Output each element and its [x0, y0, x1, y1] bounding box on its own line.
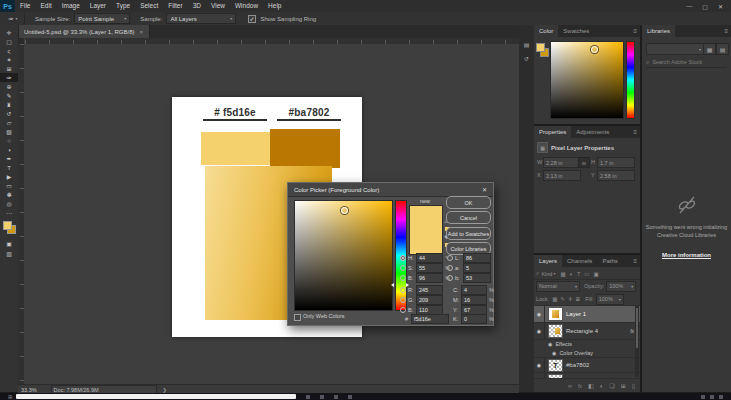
- b2-radio[interactable]: [400, 307, 406, 313]
- tool-type[interactable]: T: [0, 163, 18, 172]
- c-input[interactable]: 4: [461, 285, 487, 295]
- lab-b-input[interactable]: 53: [463, 273, 491, 283]
- quick-mask-button[interactable]: ▣: [0, 239, 18, 248]
- x-input[interactable]: 2.13 in: [543, 170, 581, 181]
- tool-gradient[interactable]: ▧: [0, 127, 18, 136]
- tool-quick-selection[interactable]: ✶: [0, 55, 18, 64]
- lab-b-radio[interactable]: [447, 275, 453, 281]
- a-input[interactable]: 5: [463, 263, 491, 273]
- tab-properties[interactable]: Properties: [534, 126, 571, 138]
- layers-scrollbar[interactable]: [635, 306, 639, 377]
- start-button-icon[interactable]: ⊞: [8, 394, 12, 400]
- tab-swatches[interactable]: Swatches: [558, 25, 594, 37]
- screen-mode-button[interactable]: ▥: [0, 249, 18, 258]
- more-information-link[interactable]: More information: [662, 252, 711, 258]
- lock-transparency-icon[interactable]: ▦: [552, 296, 557, 302]
- panel-fg-bg-swatches[interactable]: [536, 43, 548, 57]
- menu-item[interactable]: Edit: [35, 0, 56, 12]
- color-panel-hue-slider[interactable]: [626, 41, 635, 119]
- dialog-title-bar[interactable]: Color Picker (Foreground Color) ✕: [288, 183, 493, 197]
- menu-item[interactable]: Filter: [163, 0, 187, 12]
- tool-blur[interactable]: ○: [0, 136, 18, 145]
- taskbar-search-box[interactable]: [16, 394, 296, 399]
- layer-style-icon[interactable]: fx: [578, 383, 582, 389]
- color-panel-marker[interactable]: [591, 46, 598, 53]
- lock-position-icon[interactable]: ✛: [568, 296, 573, 302]
- filter-pixel-icon[interactable]: ▦: [560, 271, 565, 277]
- visibility-eye-icon[interactable]: ◉: [534, 306, 545, 322]
- tool-preset-picker[interactable]: ✑ ▾: [2, 13, 25, 24]
- filter-type-icon[interactable]: T: [577, 271, 580, 277]
- foreground-color-swatch[interactable]: [3, 221, 12, 230]
- status-chevron-icon[interactable]: ❯: [163, 387, 167, 393]
- menu-item[interactable]: 3D: [188, 0, 206, 12]
- taskbar-app-icon[interactable]: [334, 395, 338, 399]
- tray-icon[interactable]: [710, 395, 714, 399]
- lock-all-icon[interactable]: ⊞: [576, 296, 581, 302]
- menu-item[interactable]: Image: [57, 0, 85, 12]
- maximize-icon[interactable]: ▢: [702, 3, 708, 10]
- close-icon[interactable]: ✕: [718, 3, 723, 10]
- visibility-eye-icon[interactable]: ◉: [548, 341, 552, 347]
- sample-size-dropdown[interactable]: Point Sample ▾: [74, 13, 130, 24]
- b-radio[interactable]: [400, 275, 406, 281]
- g-input[interactable]: 209: [416, 295, 443, 305]
- r-radio[interactable]: [400, 287, 406, 293]
- add-to-swatches-button[interactable]: Add to Swatches: [446, 227, 491, 240]
- tool-move[interactable]: ✛: [0, 28, 18, 37]
- tool-clone-stamp[interactable]: ♜: [0, 100, 18, 109]
- tool-edit-toolbar[interactable]: ⋯: [0, 208, 18, 217]
- tab-layers[interactable]: Layers: [534, 255, 562, 267]
- h-radio[interactable]: [400, 255, 406, 261]
- ok-button[interactable]: OK: [446, 196, 491, 209]
- list-view-icon[interactable]: ▤: [716, 43, 729, 55]
- document-tab[interactable]: Untitled-5.psd @ 33.3% (Layer 1, RGB/8) …: [18, 25, 150, 38]
- g-radio[interactable]: [400, 297, 406, 303]
- layer-thumbnail[interactable]: [548, 324, 563, 338]
- saturation-brightness-field[interactable]: [294, 200, 393, 311]
- a-radio[interactable]: [447, 265, 453, 271]
- layer-mask-icon[interactable]: ◧: [588, 382, 594, 389]
- s-radio[interactable]: [400, 265, 406, 271]
- tool-hand[interactable]: ✽: [0, 190, 18, 199]
- h-dim-input[interactable]: 1.7 in: [597, 157, 635, 168]
- tab-paths[interactable]: Paths: [597, 255, 622, 267]
- dock-icon-2[interactable]: ↺: [520, 53, 533, 64]
- only-web-colors-checkbox[interactable]: [294, 314, 301, 321]
- tray-icon[interactable]: [719, 395, 723, 399]
- tool-eyedropper[interactable]: ✑: [0, 73, 18, 82]
- library-search-row[interactable]: ⌕ Search Adobe Stock: [646, 57, 727, 68]
- tool-rectangle-shape[interactable]: ▭: [0, 181, 18, 190]
- tab-libraries[interactable]: Libraries: [642, 25, 675, 37]
- tab-color[interactable]: Color: [534, 25, 558, 37]
- color-field-marker[interactable]: [341, 207, 348, 214]
- menu-item[interactable]: Help: [263, 0, 286, 12]
- color-overlay-row[interactable]: ◉ Color Overlay: [534, 349, 640, 358]
- show-sampling-ring-checkbox[interactable]: [248, 15, 256, 23]
- library-select-dropdown[interactable]: ▾: [646, 43, 704, 55]
- visibility-eye-icon[interactable]: ◉: [552, 350, 556, 356]
- dialog-close-icon[interactable]: ✕: [482, 186, 487, 193]
- taskbar-app-icon[interactable]: [306, 395, 310, 399]
- lock-pixels-icon[interactable]: ✎: [560, 296, 565, 302]
- new-layer-icon[interactable]: ⊞: [621, 382, 626, 389]
- tray-icon[interactable]: [701, 395, 705, 399]
- tab-adjustments[interactable]: Adjustments: [571, 126, 614, 138]
- grid-view-icon[interactable]: ▦: [703, 43, 716, 55]
- tab-close-icon[interactable]: ×: [139, 29, 143, 35]
- panel-menu-icon[interactable]: ≡: [633, 258, 637, 264]
- tool-pen[interactable]: ✒: [0, 154, 18, 163]
- l-radio[interactable]: [447, 255, 453, 261]
- h-input[interactable]: 44: [416, 253, 443, 263]
- k-input[interactable]: 0: [461, 314, 487, 324]
- l-input[interactable]: 86: [463, 253, 491, 263]
- menu-item[interactable]: Layer: [85, 0, 111, 12]
- blend-mode-dropdown[interactable]: Normal▾: [536, 281, 580, 292]
- menu-item[interactable]: Select: [135, 0, 163, 12]
- foreground-background-swatches[interactable]: [3, 221, 16, 234]
- fill-dropdown[interactable]: 100%▾: [596, 294, 624, 305]
- filter-shape-icon[interactable]: ▭: [584, 271, 589, 277]
- taskbar-app-icon[interactable]: [320, 395, 324, 399]
- text-layer-thumbnail[interactable]: T: [548, 359, 563, 372]
- filter-adjustment-icon[interactable]: ◐: [570, 271, 573, 277]
